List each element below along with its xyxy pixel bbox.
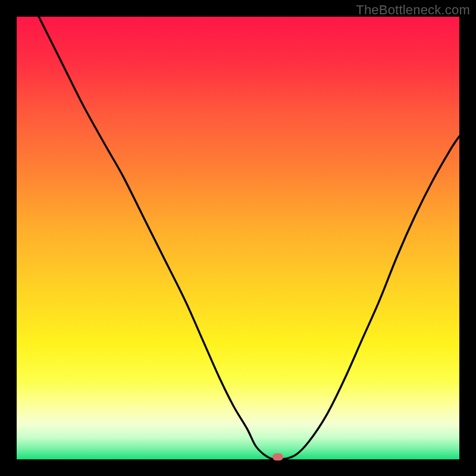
chart-frame: TheBottleneck.com bbox=[0, 0, 476, 476]
plot-area bbox=[17, 17, 459, 459]
watermark-text: TheBottleneck.com bbox=[356, 2, 470, 18]
minimum-marker bbox=[273, 453, 283, 461]
bottleneck-curve bbox=[17, 17, 459, 459]
